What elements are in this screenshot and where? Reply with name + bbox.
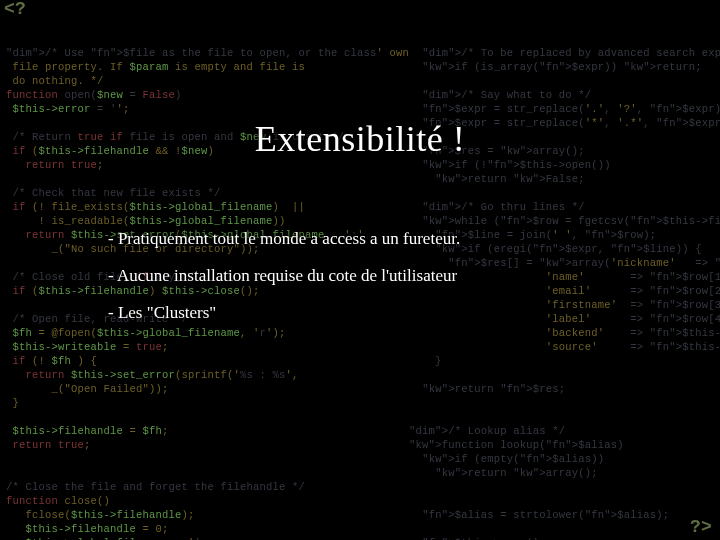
bullet-3: - Les "Clusters"	[108, 304, 720, 321]
slide-content: Extensibilité ! - Pratiquement tout le m…	[0, 0, 720, 540]
bullet-2: - Aucune installation requise du cote de…	[108, 267, 720, 284]
bullet-list: - Pratiquement tout le monde a access a …	[108, 230, 720, 341]
slide-title: Extensibilité !	[0, 118, 720, 160]
bullet-1: - Pratiquement tout le monde a access a …	[108, 230, 720, 247]
